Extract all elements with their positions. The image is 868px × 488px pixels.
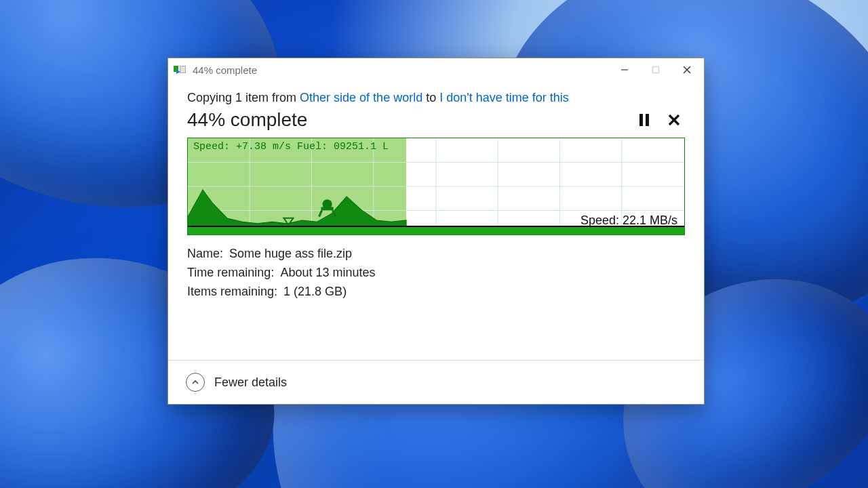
dest-link[interactable]: I don't have time for this [439,91,569,104]
name-label: Name: [187,247,223,260]
current-speed-label: Speed: 22.1 MB/s [580,214,677,228]
items-remaining-value: 1 (21.8 GB) [283,285,347,298]
maximize-button [640,60,671,80]
source-link[interactable]: Other side of the world [300,91,422,104]
window-title: 44% complete [193,64,257,76]
transfer-details: Name: Some huge ass file.zip Time remain… [187,245,685,302]
svg-rect-4 [639,114,643,126]
cancel-button[interactable] [663,109,685,131]
titlebar[interactable]: 44% complete [168,58,704,81]
details-toggle-label: Fewer details [214,375,287,390]
svg-line-20 [319,211,322,217]
copy-mid: to [422,91,439,104]
svg-rect-1 [653,67,659,73]
speed-graph: Speed: +7.38 m/s Fuel: 09251.1 L Speed: … [187,138,685,235]
pause-button[interactable] [633,109,655,131]
copy-prefix: Copying 1 item from [187,91,300,104]
copy-progress-dialog: 44% complete Copying 1 item from Other s… [167,58,705,405]
time-remaining-value: About 13 minutes [280,266,375,279]
chevron-up-icon [186,373,205,392]
items-remaining-label: Items remaining: [187,285,277,298]
percent-complete: 44% complete [187,109,625,131]
game-overlay-text: Speed: +7.38 m/s Fuel: 09251.1 L [193,141,389,152]
copy-description: Copying 1 item from Other side of the wo… [187,91,685,105]
minimize-button[interactable] [609,60,640,80]
name-value: Some huge ass file.zip [229,247,352,260]
svg-rect-19 [321,207,334,210]
copy-icon [174,65,186,75]
details-toggle[interactable]: Fewer details [168,361,704,404]
svg-rect-5 [646,114,649,126]
time-remaining-label: Time remaining: [187,266,274,279]
close-window-button[interactable] [671,60,703,80]
